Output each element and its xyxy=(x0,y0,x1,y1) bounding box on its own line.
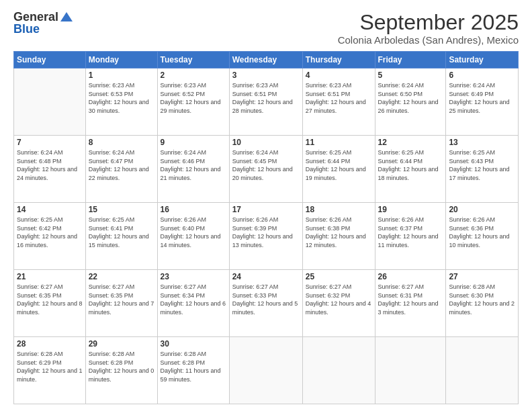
header: General Blue September 2025 Colonia Arbo… xyxy=(13,11,519,46)
day-info: Sunrise: 6:27 AM Sunset: 6:35 PM Dayligh… xyxy=(89,283,154,316)
sunrise-text: Sunrise: 6:26 AM xyxy=(232,216,279,223)
day-info: Sunrise: 6:23 AM Sunset: 6:53 PM Dayligh… xyxy=(89,81,154,115)
day-info: Sunrise: 6:23 AM Sunset: 6:52 PM Dayligh… xyxy=(161,81,226,115)
sunset-text: Sunset: 6:52 PM xyxy=(161,91,206,97)
sunrise-text: Sunrise: 6:28 AM xyxy=(161,351,207,357)
sunset-text: Sunset: 6:32 PM xyxy=(306,292,351,299)
day-info: Sunrise: 6:26 AM Sunset: 6:37 PM Dayligh… xyxy=(378,216,443,249)
day-number: 17 xyxy=(232,205,300,214)
header-saturday: Saturday xyxy=(446,52,519,68)
table-row: 24 Sunrise: 6:27 AM Sunset: 6:33 PM Dayl… xyxy=(229,270,302,337)
daylight-text: Daylight: 12 hours and 24 minutes. xyxy=(17,166,77,181)
sunset-text: Sunset: 6:51 PM xyxy=(306,91,351,97)
table-row: 4 Sunrise: 6:23 AM Sunset: 6:51 PM Dayli… xyxy=(302,68,375,136)
table-row xyxy=(375,337,446,404)
day-info: Sunrise: 6:27 AM Sunset: 6:35 PM Dayligh… xyxy=(17,283,83,316)
sunset-text: Sunset: 6:42 PM xyxy=(17,225,62,232)
sunrise-text: Sunrise: 6:23 AM xyxy=(89,82,135,89)
day-number: 18 xyxy=(306,205,372,214)
sunset-text: Sunset: 6:44 PM xyxy=(306,158,351,165)
sunrise-text: Sunrise: 6:28 AM xyxy=(89,351,135,357)
table-row: 3 Sunrise: 6:23 AM Sunset: 6:51 PM Dayli… xyxy=(229,68,302,136)
sunrise-text: Sunrise: 6:27 AM xyxy=(378,283,425,290)
day-number: 14 xyxy=(17,205,83,214)
day-info: Sunrise: 6:25 AM Sunset: 6:43 PM Dayligh… xyxy=(449,148,515,182)
header-friday: Friday xyxy=(375,52,446,68)
sunrise-text: Sunrise: 6:27 AM xyxy=(161,283,207,290)
sunrise-text: Sunrise: 6:25 AM xyxy=(17,216,63,223)
logo-triangle-icon xyxy=(60,11,73,23)
sunset-text: Sunset: 6:53 PM xyxy=(89,91,134,97)
table-row: 25 Sunrise: 6:27 AM Sunset: 6:32 PM Dayl… xyxy=(302,270,375,337)
day-number: 4 xyxy=(306,71,372,80)
daylight-text: Daylight: 12 hours and 28 minutes. xyxy=(232,99,293,114)
sunset-text: Sunset: 6:36 PM xyxy=(449,225,494,232)
table-row: 22 Sunrise: 6:27 AM Sunset: 6:35 PM Dayl… xyxy=(85,270,157,337)
sunset-text: Sunset: 6:45 PM xyxy=(232,158,277,165)
daylight-text: Daylight: 12 hours and 1 minute. xyxy=(17,367,83,383)
sunrise-text: Sunrise: 6:24 AM xyxy=(378,82,425,89)
sunrise-text: Sunrise: 6:25 AM xyxy=(449,149,495,156)
daylight-text: Daylight: 11 hours and 59 minutes. xyxy=(161,367,221,383)
day-info: Sunrise: 6:23 AM Sunset: 6:51 PM Dayligh… xyxy=(306,81,372,115)
day-number: 23 xyxy=(161,272,226,281)
sunset-text: Sunset: 6:43 PM xyxy=(449,158,494,165)
day-number: 22 xyxy=(89,272,154,281)
table-row: 30 Sunrise: 6:28 AM Sunset: 6:28 PM Dayl… xyxy=(157,337,229,404)
day-number: 6 xyxy=(449,71,515,80)
day-info: Sunrise: 6:27 AM Sunset: 6:34 PM Dayligh… xyxy=(161,283,226,316)
daylight-text: Daylight: 12 hours and 27 minutes. xyxy=(306,99,366,114)
table-row: 29 Sunrise: 6:28 AM Sunset: 6:28 PM Dayl… xyxy=(85,337,157,404)
table-row: 18 Sunrise: 6:26 AM Sunset: 6:38 PM Dayl… xyxy=(302,203,375,270)
day-number: 7 xyxy=(17,138,83,147)
table-row: 12 Sunrise: 6:25 AM Sunset: 6:44 PM Dayl… xyxy=(375,136,446,203)
day-info: Sunrise: 6:27 AM Sunset: 6:31 PM Dayligh… xyxy=(378,283,443,316)
sunset-text: Sunset: 6:50 PM xyxy=(378,91,423,97)
day-info: Sunrise: 6:24 AM Sunset: 6:50 PM Dayligh… xyxy=(378,81,443,115)
day-number: 19 xyxy=(378,205,443,214)
daylight-text: Daylight: 12 hours and 4 minutes. xyxy=(306,300,371,316)
sunset-text: Sunset: 6:49 PM xyxy=(449,91,494,97)
sunset-text: Sunset: 6:37 PM xyxy=(378,225,423,232)
table-row: 26 Sunrise: 6:27 AM Sunset: 6:31 PM Dayl… xyxy=(375,270,446,337)
day-info: Sunrise: 6:26 AM Sunset: 6:36 PM Dayligh… xyxy=(449,216,515,249)
sunrise-text: Sunrise: 6:24 AM xyxy=(17,149,63,156)
day-info: Sunrise: 6:24 AM Sunset: 6:46 PM Dayligh… xyxy=(161,148,226,182)
sunrise-text: Sunrise: 6:25 AM xyxy=(378,149,425,156)
sunrise-text: Sunrise: 6:23 AM xyxy=(306,82,352,89)
header-sunday: Sunday xyxy=(14,52,86,68)
day-number: 1 xyxy=(89,71,154,80)
sunrise-text: Sunrise: 6:26 AM xyxy=(161,216,207,223)
day-number: 27 xyxy=(449,272,515,281)
day-info: Sunrise: 6:25 AM Sunset: 6:42 PM Dayligh… xyxy=(17,216,83,249)
table-row: 6 Sunrise: 6:24 AM Sunset: 6:49 PM Dayli… xyxy=(446,68,519,136)
daylight-text: Daylight: 12 hours and 19 minutes. xyxy=(306,166,366,181)
table-row: 11 Sunrise: 6:25 AM Sunset: 6:44 PM Dayl… xyxy=(302,136,375,203)
sunrise-text: Sunrise: 6:23 AM xyxy=(232,82,279,89)
sunset-text: Sunset: 6:35 PM xyxy=(89,292,134,299)
main-title: September 2025 xyxy=(338,11,519,34)
sunset-text: Sunset: 6:31 PM xyxy=(378,292,423,299)
sunset-text: Sunset: 6:34 PM xyxy=(161,292,206,299)
subtitle: Colonia Arboledas (San Andres), Mexico xyxy=(338,34,519,46)
daylight-text: Daylight: 12 hours and 20 minutes. xyxy=(232,166,293,181)
daylight-text: Daylight: 12 hours and 3 minutes. xyxy=(378,300,439,316)
table-row xyxy=(302,337,375,404)
day-info: Sunrise: 6:24 AM Sunset: 6:49 PM Dayligh… xyxy=(449,81,515,115)
logo: General Blue xyxy=(13,11,73,36)
day-number: 8 xyxy=(89,138,154,147)
sunset-text: Sunset: 6:46 PM xyxy=(161,158,206,165)
daylight-text: Daylight: 12 hours and 25 minutes. xyxy=(449,99,509,114)
table-row: 14 Sunrise: 6:25 AM Sunset: 6:42 PM Dayl… xyxy=(14,203,86,270)
day-number: 3 xyxy=(232,71,300,80)
day-info: Sunrise: 6:25 AM Sunset: 6:41 PM Dayligh… xyxy=(89,216,154,249)
header-wednesday: Wednesday xyxy=(229,52,302,68)
day-number: 15 xyxy=(89,205,154,214)
sunrise-text: Sunrise: 6:26 AM xyxy=(378,216,425,223)
sunset-text: Sunset: 6:28 PM xyxy=(89,359,134,366)
daylight-text: Daylight: 12 hours and 21 minutes. xyxy=(161,166,221,181)
day-number: 10 xyxy=(232,138,300,147)
daylight-text: Daylight: 12 hours and 12 minutes. xyxy=(306,233,366,248)
daylight-text: Daylight: 12 hours and 18 minutes. xyxy=(378,166,439,181)
day-info: Sunrise: 6:25 AM Sunset: 6:44 PM Dayligh… xyxy=(378,148,443,182)
